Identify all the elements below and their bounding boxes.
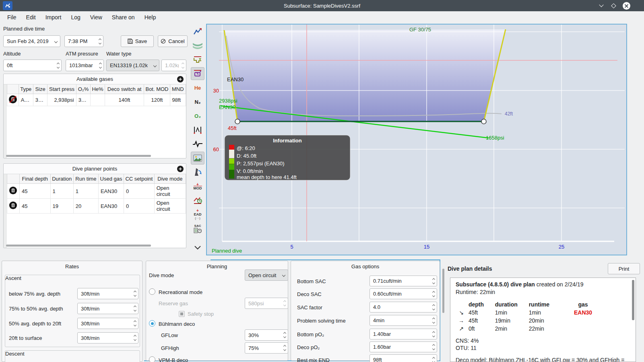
gas-bot-mod[interactable]: 120ft (144, 94, 170, 106)
close-button[interactable] (622, 2, 630, 10)
ascent-rate-4-spinner[interactable]: 30ft/min (77, 332, 138, 343)
print-button[interactable]: Print (608, 263, 640, 274)
save-button[interactable]: Save (121, 35, 154, 47)
deco-po2-spinner[interactable]: 1.60bar (369, 341, 437, 352)
add-gas-button[interactable] (177, 76, 184, 84)
bottom-area-vscrollbar[interactable] (442, 269, 444, 313)
points-hscrollbar[interactable] (6, 245, 151, 247)
point-run-time[interactable]: 1 (73, 184, 98, 199)
toolbar-mod-button[interactable]: + MOD (191, 180, 204, 193)
toolbar-n2-button[interactable]: N₂ (191, 95, 204, 108)
menu-help[interactable]: Help (140, 12, 160, 22)
dive-plan-details-box[interactable]: Subsurface (4.8.5.0) dive plan created o… (450, 278, 636, 362)
col-cc-setpoint[interactable]: CC setpoint (124, 174, 155, 184)
add-point-button[interactable] (177, 166, 184, 173)
problem-solving-time-spinner[interactable]: 4min (369, 315, 437, 326)
col-dive-mode[interactable]: Dive mode (154, 174, 186, 184)
toolbar-ead-button[interactable]: + EAD (···) (191, 208, 204, 221)
col-duration[interactable]: Duration (50, 174, 73, 184)
point-dive-mode[interactable]: Open circuit (154, 199, 186, 214)
delete-point-icon (9, 186, 17, 195)
gas-type[interactable]: A… (19, 94, 33, 106)
col-deco-switch[interactable]: Deco switch at (105, 84, 144, 94)
point-run-time[interactable]: 20 (73, 199, 98, 214)
menu-edit[interactable]: Edit (22, 12, 40, 22)
plan-details-vscrollbar[interactable] (632, 280, 634, 320)
point-dive-mode[interactable]: Open circuit (154, 184, 186, 199)
dive-date-combo[interactable]: Sun Feb 24, 2019 (3, 35, 60, 47)
col-used-gas[interactable]: Used gas (98, 174, 124, 184)
ascent-rate-1-spinner[interactable]: 30ft/min (77, 288, 138, 299)
toolbar-o2-button[interactable]: O₂ (191, 109, 204, 122)
ascent-rate-3-spinner[interactable]: 30ft/min (77, 318, 138, 329)
toolbar-dive-duration-button[interactable] (191, 194, 204, 207)
toolbar-scroll-down-button[interactable] (191, 241, 204, 254)
buhlmann-deco-radio[interactable] (149, 320, 155, 327)
sac-factor-spinner[interactable]: 4.0 (369, 302, 437, 313)
point-used-gas[interactable]: EAN30 (98, 184, 124, 199)
dive-profile-chart[interactable]: GF 30/75 30 60 5 15 25 EAN30 2938psi EAN… (206, 24, 627, 255)
altitude-spinner[interactable]: 0ft (3, 60, 62, 71)
col-mnd[interactable]: MND (170, 84, 186, 94)
gases-hscrollbar[interactable] (6, 155, 151, 157)
vpmb-deco-radio[interactable] (149, 356, 155, 362)
cancel-button[interactable]: Cancel (158, 35, 188, 47)
gas-mnd[interactable]: 98ft (170, 94, 186, 106)
deco-sac-spinner[interactable]: 0.60cuft/min (369, 288, 437, 299)
point-cc-setpoint[interactable]: 0 (124, 199, 155, 214)
menu-file[interactable]: File (3, 12, 21, 22)
point-duration[interactable]: 19 (50, 199, 73, 214)
gfhigh-spinner[interactable]: 75% (245, 342, 288, 354)
gas-size[interactable]: 3… (33, 94, 47, 106)
minimize-button[interactable] (597, 2, 605, 10)
toolbar-photos-button[interactable] (191, 152, 204, 165)
point-final-depth[interactable]: 45 (19, 199, 50, 214)
toolbar-he-button[interactable]: He (191, 81, 204, 94)
maximize-button[interactable] (609, 2, 617, 10)
atm-pressure-spinner[interactable]: 1013mbar (66, 60, 104, 71)
water-type-combo[interactable]: EN13319 (1.02k (106, 60, 159, 71)
point-used-gas[interactable]: EAN30 (98, 199, 124, 214)
col-final-depth[interactable]: Final depth (19, 174, 50, 184)
gas-o2[interactable]: 3… (76, 94, 91, 106)
toolbar-tissues-button[interactable] (191, 123, 204, 136)
ascend-arrow-icon: ↗ (456, 325, 467, 332)
col-size[interactable]: Size (33, 84, 47, 94)
gas-deco-switch[interactable]: 140ft (105, 94, 144, 106)
col-o2[interactable]: O₂% (76, 84, 91, 94)
toolbar-waves-button[interactable] (191, 39, 204, 52)
bottom-po2-label: Bottom pO₂ (297, 331, 324, 337)
menu-view[interactable]: View (86, 12, 106, 22)
col-start-press[interactable]: Start press (47, 84, 76, 94)
col-run-time[interactable]: Run time (73, 174, 98, 184)
menu-share-on[interactable]: Share on (108, 12, 139, 22)
dive-mode-combo[interactable]: Open circuit (245, 269, 288, 281)
planner-point-row[interactable]: 45 1 1 EAN30 0 Open circuit (7, 184, 186, 199)
toolbar-gaschange-button[interactable] (191, 166, 204, 179)
tooltip-depth: D: 45.0ft (237, 153, 257, 159)
toolbar-dc-ceiling-button[interactable] (191, 67, 204, 80)
gas-he[interactable] (91, 94, 105, 106)
menu-import[interactable]: Import (41, 12, 66, 22)
toolbar-pp-graph-button[interactable] (191, 25, 204, 38)
ascent-rate-2-spinner[interactable]: 30ft/min (77, 303, 138, 314)
gas-row[interactable]: A… 3… 2,938psi 3… 140ft 120ft 98ft (7, 94, 186, 106)
col-he[interactable]: He% (91, 84, 105, 94)
col-type[interactable]: Type (19, 84, 33, 94)
bottom-sac-spinner[interactable]: 0.71cuft/min (369, 276, 437, 286)
toolbar-sac-button[interactable]: SAC (191, 222, 204, 235)
bottom-po2-spinner[interactable]: 1.40bar (369, 329, 437, 339)
point-duration[interactable]: 1 (50, 184, 73, 199)
best-mix-end-spinner[interactable]: 98ft (369, 354, 437, 362)
col-bot-mod[interactable]: Bot. MOD (144, 84, 170, 94)
toolbar-ceiling-button[interactable] (191, 53, 204, 66)
point-cc-setpoint[interactable]: 0 (124, 184, 155, 199)
recreational-mode-radio[interactable] (149, 288, 155, 295)
menu-log[interactable]: Log (67, 12, 84, 22)
point-final-depth[interactable]: 45 (19, 184, 50, 199)
planner-point-row[interactable]: 45 19 20 EAN30 0 Open circuit (7, 199, 186, 214)
toolbar-heartrate-button[interactable] (191, 138, 204, 150)
gflow-spinner[interactable]: 30% (245, 329, 288, 341)
gas-start-press[interactable]: 2,938psi (47, 94, 76, 106)
dive-time-spinner[interactable]: 7:38 PM (64, 35, 103, 47)
